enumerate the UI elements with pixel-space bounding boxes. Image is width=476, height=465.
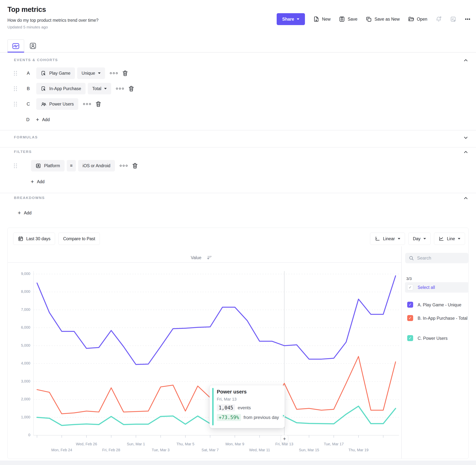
row-options-button[interactable]	[110, 72, 118, 74]
new-label: New	[322, 17, 331, 22]
series-b-checkbox[interactable]: ✓	[407, 315, 413, 321]
filter-operator-pill[interactable]: =	[67, 160, 76, 171]
share-button[interactable]: Share	[277, 13, 305, 25]
more-menu-button[interactable]	[465, 16, 471, 22]
select-all-checkbox[interactable]: ✓	[407, 285, 413, 290]
row-options-button[interactable]	[83, 103, 91, 105]
drag-handle[interactable]	[14, 163, 17, 168]
x-axis-label: Sat, Mar 7	[191, 448, 229, 452]
tab-users[interactable]	[24, 39, 41, 53]
aggregation-value: Total	[92, 86, 101, 91]
page-title: Top metrics	[7, 6, 46, 14]
legend-search	[405, 253, 468, 263]
x-axis-label: Fri, Feb 28	[93, 448, 130, 452]
event-row-a: A Play Game Unique	[14, 67, 129, 79]
row-options-button[interactable]	[116, 88, 124, 90]
x-axis-label: Fri, Mar 13	[266, 442, 303, 446]
drag-handle[interactable]	[14, 86, 17, 91]
chart-type-label: Line	[447, 236, 455, 241]
calendar-icon	[18, 236, 23, 242]
cohort-people-icon	[41, 101, 46, 107]
date-range-button[interactable]: Last 30 days	[13, 232, 55, 245]
tab-insights[interactable]	[7, 39, 24, 53]
copy-icon	[365, 16, 372, 22]
series-line-a[interactable]	[37, 276, 396, 364]
cohort-pill-power-users[interactable]: Power Users	[36, 98, 78, 110]
y-axis-label: 7,000	[8, 307, 30, 312]
collapse-breakdowns-chevron-up-icon[interactable]	[463, 195, 469, 201]
add-breakdown-button[interactable]: + Add	[18, 208, 32, 218]
plus-icon: +	[31, 179, 34, 184]
drag-handle[interactable]	[14, 71, 17, 76]
collapse-filters-chevron-up-icon[interactable]	[463, 149, 469, 155]
x-axis-label: Tue, Mar 17	[315, 442, 352, 446]
y-axis-label: 5,000	[8, 343, 30, 348]
y-axis-label: 9,000	[8, 272, 30, 276]
event-pill-play-game[interactable]: Play Game	[36, 67, 75, 79]
cohort-row-c: C Power Users	[14, 98, 102, 110]
add-filter-button[interactable]: + Add	[31, 177, 44, 187]
compare-to-past-button[interactable]: Compare to Past	[58, 232, 100, 245]
save-button[interactable]: Save	[339, 16, 357, 22]
save-as-new-button[interactable]: Save as New	[365, 16, 400, 22]
trash-icon[interactable]	[95, 101, 102, 107]
filter-operator: =	[70, 163, 73, 168]
drag-handle[interactable]	[14, 102, 17, 106]
row-letter: D	[25, 117, 30, 122]
search-input[interactable]	[417, 255, 462, 261]
page-subtitle: How do my top product metrics trend over…	[7, 18, 99, 23]
x-axis-label: Mon, Mar 9	[216, 442, 254, 446]
legend-item-b[interactable]: ✓ B. In-App Purchase - Total	[405, 315, 470, 322]
event-pill-in-app-purchase[interactable]: In-App Purchase	[36, 83, 86, 94]
chart-type-button[interactable]: Line	[434, 232, 465, 245]
series-a-checkbox[interactable]: ✓	[407, 302, 413, 308]
tooltip-series-color-bar	[212, 388, 214, 425]
row-letter: B	[26, 86, 31, 91]
x-axis-label: Wed, Feb 26	[68, 442, 105, 446]
trash-icon[interactable]	[122, 70, 129, 76]
alerts-button[interactable]	[435, 16, 442, 22]
scale-button[interactable]: Linear	[370, 232, 405, 245]
expand-formulas-chevron-down-icon[interactable]	[463, 135, 469, 140]
trash-icon[interactable]	[128, 85, 135, 92]
series-a-label: A. Play Game - Unique	[418, 302, 461, 308]
collapse-events-chevron-up-icon[interactable]	[463, 58, 469, 63]
add-annotation-button[interactable]: +	[281, 435, 288, 443]
value-header-label: Value	[191, 255, 201, 260]
legend-item-a[interactable]: ✓ A. Play Game - Unique	[405, 302, 470, 308]
add-to-board-button[interactable]	[450, 16, 456, 22]
aggregation-pill-unique[interactable]: Unique	[77, 67, 105, 79]
filter-property-pill[interactable]: Platform	[31, 160, 65, 171]
add-event-button[interactable]: + Add	[36, 117, 50, 122]
y-axis-label: 0	[8, 433, 30, 437]
row-options-button[interactable]	[120, 165, 128, 167]
aggregation-pill-total[interactable]: Total	[88, 83, 111, 94]
select-all-row[interactable]: ✓ Select all	[405, 282, 469, 293]
scale-label: Linear	[383, 236, 395, 241]
legend-item-c[interactable]: ✓ C. Power Users	[405, 335, 470, 342]
granularity-button[interactable]: Day	[408, 232, 431, 245]
folder-icon	[408, 16, 414, 22]
tooltip-value: 1,045	[217, 404, 235, 411]
new-button[interactable]: New	[313, 16, 331, 22]
updated-timestamp: Updated 5 minutes ago	[7, 25, 48, 29]
aggregation-value: Unique	[82, 71, 95, 76]
filter-value-pill[interactable]: iOS or Android	[78, 160, 115, 171]
hovered-data-point[interactable]	[282, 414, 285, 417]
open-button[interactable]: Open	[408, 16, 427, 22]
row-letter: A	[26, 71, 31, 76]
event-name: Play Game	[49, 71, 70, 76]
tooltip-date: Fri, Mar 13	[217, 397, 236, 402]
series-c-checkbox[interactable]: ✓	[407, 335, 413, 341]
formulas-section-header: FORMULAS	[14, 135, 38, 139]
x-axis-label: Thu, Mar 19	[340, 448, 377, 452]
tooltip-value-suffix: events	[238, 405, 251, 410]
add-label: Add	[24, 211, 32, 215]
sort-descending-icon[interactable]	[207, 255, 212, 260]
legend-divider	[401, 246, 402, 458]
section-divider	[0, 193, 476, 193]
breakdowns-section-header: BREAKDOWNS	[14, 196, 45, 200]
trash-icon[interactable]	[132, 162, 138, 169]
x-axis-label: Wed, Mar 11	[241, 448, 278, 452]
filter-row: Platform = iOS or Android	[14, 160, 138, 172]
